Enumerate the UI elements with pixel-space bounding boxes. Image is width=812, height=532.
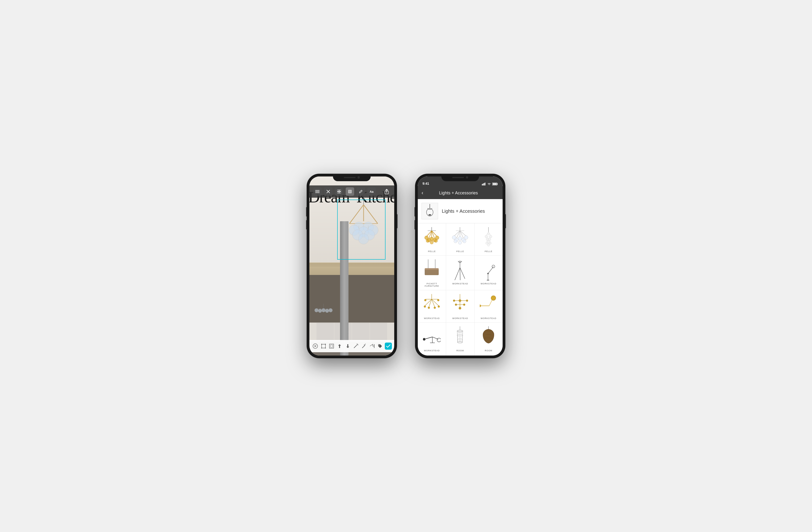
product-cell-1-1[interactable]: PELLE — [418, 223, 446, 255]
wood-strips — [309, 263, 394, 277]
svg-line-114 — [460, 268, 460, 280]
skip-icon[interactable] — [368, 343, 376, 350]
vol-down-button-2[interactable] — [415, 220, 416, 230]
vol-up-button[interactable] — [306, 207, 307, 217]
svg-point-150 — [480, 305, 481, 307]
svg-line-47 — [354, 345, 357, 348]
bottom-toolbar — [309, 340, 394, 352]
svg-point-34 — [322, 308, 325, 312]
svg-point-66 — [429, 214, 431, 216]
wifi-icon — [487, 182, 491, 186]
move-down-icon[interactable] — [344, 343, 351, 350]
grid-icon[interactable] — [335, 187, 343, 196]
product-cell-5-1[interactable] — [418, 355, 446, 356]
product-cell-2-2[interactable]: WORKSTEAD — [446, 256, 474, 290]
scene: Aa — [298, 165, 514, 367]
grid-row-2: Pickett Furniture — [418, 256, 503, 290]
svg-rect-45 — [330, 344, 334, 348]
close-icon[interactable] — [324, 187, 333, 196]
product-label-4-2: ROOM — [456, 350, 464, 352]
editor-screen: Aa — [309, 176, 394, 356]
product-label-1-2: PELLE — [456, 250, 464, 253]
product-image-pickett — [422, 260, 441, 281]
share-icon[interactable] — [383, 188, 390, 195]
confirm-icon[interactable] — [385, 343, 392, 350]
product-label-3-3: WORKSTEAD — [481, 317, 496, 320]
product-label-3-2: WORKSTEAD — [452, 317, 468, 320]
edit-pen-icon[interactable] — [357, 187, 365, 196]
product-cell-1-3[interactable]: PELLE — [475, 223, 503, 255]
product-cell-5-3[interactable] — [475, 355, 503, 356]
product-cell-3-3[interactable]: WORKSTEAD — [475, 290, 503, 322]
svg-rect-9 — [348, 190, 351, 193]
category-title: Lights + Accessories — [442, 208, 485, 214]
product-label-4-1: WORKSTEAD — [424, 350, 440, 352]
svg-point-100 — [487, 233, 490, 235]
grid-row-1: PELLE — [418, 223, 503, 256]
svg-point-101 — [485, 235, 488, 238]
svg-point-144 — [459, 307, 461, 309]
toolbar-left: Aa — [313, 187, 376, 196]
vol-up-button-2[interactable] — [415, 207, 416, 217]
catalog-screen: 9:41 — [418, 176, 503, 356]
product-cell-4-2[interactable]: ROOM — [446, 323, 474, 355]
svg-point-36 — [329, 308, 333, 312]
pendant-rectangular-icon — [423, 260, 441, 281]
product-cell-5-2[interactable] — [446, 355, 474, 356]
back-icon[interactable] — [313, 187, 322, 196]
pendant-cage-icon — [451, 326, 469, 348]
svg-rect-46 — [330, 345, 333, 347]
svg-rect-57 — [482, 184, 482, 186]
svg-point-78 — [430, 237, 434, 241]
svg-point-80 — [434, 239, 438, 242]
svg-line-53 — [365, 344, 366, 344]
product-image-workstead-3 — [422, 294, 441, 315]
battery-icon — [492, 182, 498, 186]
move-up-icon[interactable] — [336, 343, 343, 350]
svg-rect-58 — [483, 183, 483, 186]
product-image-room-1 — [451, 326, 469, 348]
frame-icon[interactable] — [328, 343, 335, 350]
svg-rect-7 — [337, 192, 339, 193]
editor-toolbar: Aa — [309, 186, 394, 198]
selection-box[interactable] — [337, 200, 386, 260]
cancel-icon[interactable] — [312, 343, 319, 350]
product-image-pelle-2 — [451, 227, 469, 248]
product-image-pelle-1 — [422, 227, 441, 248]
svg-rect-5 — [337, 190, 339, 191]
chandelier-gold-icon — [423, 227, 441, 248]
product-image-pelle-3 — [479, 227, 498, 248]
product-image-workstead-6 — [422, 326, 441, 348]
svg-point-146 — [463, 304, 465, 306]
crop-bottom-icon[interactable] — [320, 343, 327, 350]
product-cell-2-3[interactable]: WORKSTEAD — [475, 256, 503, 290]
text-icon[interactable]: Aa — [367, 187, 376, 196]
product-cell-4-3[interactable]: ROOM — [475, 323, 503, 355]
svg-point-106 — [485, 242, 488, 244]
product-cell-2-1[interactable]: Pickett Furniture — [418, 256, 446, 290]
sparkle-icon[interactable] — [361, 343, 367, 350]
magic-wand-icon[interactable] — [352, 343, 359, 350]
product-cell-1-2[interactable]: PELLE — [446, 223, 474, 255]
svg-line-85 — [460, 231, 466, 236]
svg-line-120 — [488, 268, 493, 274]
product-cell-3-1[interactable]: WORKSTEAD — [418, 290, 446, 322]
power-button[interactable] — [396, 214, 397, 228]
product-cell-3-2[interactable]: WORKSTEAD — [446, 290, 474, 322]
product-label-2-3: WORKSTEAD — [481, 282, 496, 285]
vol-down-button[interactable] — [306, 220, 307, 230]
svg-line-115 — [460, 268, 465, 279]
ceiling-arm-icon — [451, 294, 469, 315]
status-icons — [482, 182, 498, 186]
back-button[interactable]: ‹ — [422, 190, 423, 196]
wall-lamp-brass-icon — [480, 294, 497, 315]
status-time: 9:41 — [422, 182, 429, 186]
crop-icon[interactable] — [346, 187, 354, 196]
tag-icon[interactable] — [377, 343, 383, 350]
svg-line-113 — [455, 268, 460, 280]
mini-chandelier — [312, 304, 335, 318]
product-cell-4-1[interactable]: WORKSTEAD — [418, 323, 446, 355]
svg-point-130 — [424, 306, 426, 308]
svg-point-81 — [430, 241, 433, 244]
power-button-2[interactable] — [505, 214, 506, 228]
